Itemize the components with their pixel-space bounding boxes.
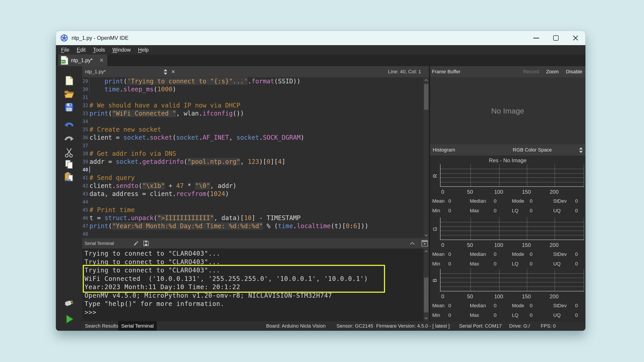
code-line-41: 41# Send query — [82, 174, 429, 182]
stat-label: StDev — [553, 251, 567, 257]
line-number: 46 — [82, 214, 88, 222]
x-tick-label: 0 — [441, 293, 444, 300]
terminal-scrollbar[interactable] — [424, 249, 429, 321]
code-line-37: 37 — [82, 142, 429, 150]
x-tick-label: 200 — [550, 242, 558, 248]
collapse-terminal-icon[interactable] — [410, 242, 415, 245]
code-line-40: 40 — [82, 166, 429, 174]
left-toolbar — [56, 66, 82, 331]
new-file-icon[interactable] — [64, 75, 74, 86]
serial-terminal-output[interactable]: Trying to connect to "CLARO403"...Trying… — [82, 249, 429, 321]
x-tick-label: 200 — [550, 293, 558, 300]
status-sensor: Sensor: GC2145 — [336, 321, 373, 331]
code-line-47: 47print("Year:%d Month:%d Day:%d Time: %… — [82, 222, 429, 230]
stat-label: LQ — [512, 312, 518, 318]
frame-buffer-title: Frame Buffer — [432, 69, 460, 75]
record-button[interactable]: Record — [523, 69, 539, 75]
histogram-plot — [440, 269, 584, 291]
output-tab-search-results[interactable]: Search Results — [85, 321, 118, 331]
code-text: addr = socket.getaddrinfo("pool.ntp.org"… — [90, 158, 286, 166]
menu-window[interactable]: Window — [112, 47, 130, 53]
stat-label: Min — [432, 261, 440, 267]
paste-icon[interactable] — [64, 172, 74, 182]
openmv-ide-window: ntp_1.py - OpenMV IDE FileEditToolsWindo… — [56, 31, 586, 331]
cut-icon[interactable] — [64, 147, 74, 158]
code-line-42: 42client.sendto("\x1b" + 47 * "\0", addr… — [82, 182, 429, 190]
frame-buffer-view: No Image — [430, 77, 586, 144]
stat-label: Mode — [512, 303, 524, 309]
close-button[interactable] — [566, 31, 586, 45]
document-close-icon[interactable]: ✕ — [171, 69, 175, 75]
stat-label: Median — [470, 303, 486, 309]
menu-help[interactable]: Help — [138, 47, 148, 53]
output-tab-serial-terminal[interactable]: Serial Terminal — [118, 321, 157, 331]
line-number: 33 — [82, 109, 88, 117]
status-serial-port: Serial Port: COM17 — [459, 321, 502, 331]
connect-icon[interactable] — [64, 298, 74, 308]
stat-label: Mean — [432, 303, 444, 309]
maximize-button[interactable] — [546, 31, 566, 45]
copy-icon[interactable] — [64, 159, 74, 170]
stat-value: 0 — [530, 261, 532, 267]
tab-close-icon[interactable]: ✕ — [99, 57, 104, 63]
stat-value: 0 — [494, 198, 496, 204]
code-editor[interactable]: 29 print('Trying to connect to "{:s}"...… — [82, 77, 429, 238]
save-icon[interactable] — [64, 102, 74, 112]
x-tick-label: 200 — [550, 189, 558, 195]
color-space-selector[interactable]: RGB Color Space — [513, 147, 552, 153]
stat-label: Max — [470, 312, 479, 318]
line-number: 48 — [82, 230, 88, 238]
clear-terminal-icon[interactable] — [133, 240, 139, 247]
stat-value: 0 — [530, 208, 532, 214]
x-tick-label: 0 — [441, 189, 444, 195]
menu-edit[interactable]: Edit — [77, 47, 86, 53]
save-terminal-icon[interactable] — [143, 240, 149, 247]
code-line-32: 32# We should have a valid IP now via DH… — [82, 101, 429, 109]
line-number: 43 — [82, 190, 88, 198]
line-number: 30 — [82, 85, 88, 93]
color-space-arrows-icon[interactable] — [579, 147, 583, 153]
open-folder-icon[interactable] — [64, 88, 74, 99]
stat-label: Median — [470, 198, 486, 204]
stat-value: 0 — [494, 303, 496, 309]
stat-value: 0 — [530, 251, 532, 257]
code-line-35: 35# Create new socket — [82, 126, 429, 134]
stat-value: 0 — [448, 312, 451, 318]
code-line-44: 44 — [82, 198, 429, 206]
code-text: # Get addr info via DNS — [90, 150, 176, 158]
stat-label: LQ — [512, 261, 518, 267]
stat-label: Mode — [512, 251, 524, 257]
titlebar[interactable]: ntp_1.py - OpenMV IDE — [56, 31, 586, 45]
x-tick-label: 50 — [467, 189, 473, 195]
zoom-button[interactable]: Zoom — [546, 69, 558, 75]
document-selector-arrows-icon[interactable] — [163, 69, 168, 75]
histogram-section-g: G050100150200Mean0Median0Mode0StDev0Min0… — [430, 217, 586, 269]
editor-scrollbar[interactable] — [424, 77, 429, 238]
detach-terminal-icon[interactable] — [421, 240, 428, 247]
redo-icon[interactable] — [64, 134, 74, 144]
menu-tools[interactable]: Tools — [93, 47, 105, 53]
line-number: 47 — [82, 222, 88, 230]
stat-value: 0 — [494, 208, 496, 214]
code-text: print("Year:%d Month:%d Day:%d Time: %d:… — [90, 222, 368, 230]
stat-value: 0 — [530, 312, 532, 318]
resolution-label: Res - No Image — [430, 157, 586, 164]
window-title: ntp_1.py - OpenMV IDE — [72, 35, 128, 41]
code-line-34: 34 — [82, 117, 429, 126]
code-line-29: 29 print('Trying to connect to "{:s}"...… — [82, 77, 429, 85]
document-selector[interactable]: ntp_1.py* — [85, 69, 106, 75]
tab-ntp1py[interactable]: PY ntp_1.py* ✕ — [58, 54, 107, 66]
disable-button[interactable]: Disable — [566, 69, 582, 75]
stat-label: StDev — [553, 198, 567, 204]
minimize-button[interactable] — [526, 31, 546, 45]
stat-value: 0 — [575, 208, 578, 214]
stat-label: UQ — [553, 312, 560, 318]
menu-file[interactable]: File — [61, 47, 69, 53]
stat-label: LQ — [512, 208, 518, 214]
stat-value: 0 — [575, 312, 578, 318]
stat-value: 0 — [448, 208, 451, 214]
code-text: # We should have a valid IP now via DHCP — [90, 101, 240, 109]
code-text: print("WiFi Connected ", wlan.ifconfig()… — [90, 109, 244, 117]
run-icon[interactable] — [64, 314, 74, 324]
undo-icon[interactable] — [64, 120, 74, 130]
